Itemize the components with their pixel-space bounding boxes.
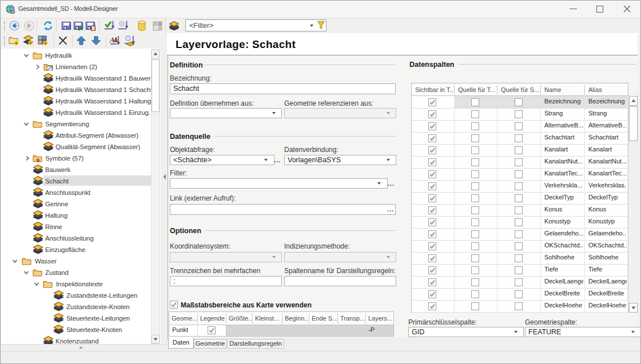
svg-text:A: A — [109, 35, 115, 44]
